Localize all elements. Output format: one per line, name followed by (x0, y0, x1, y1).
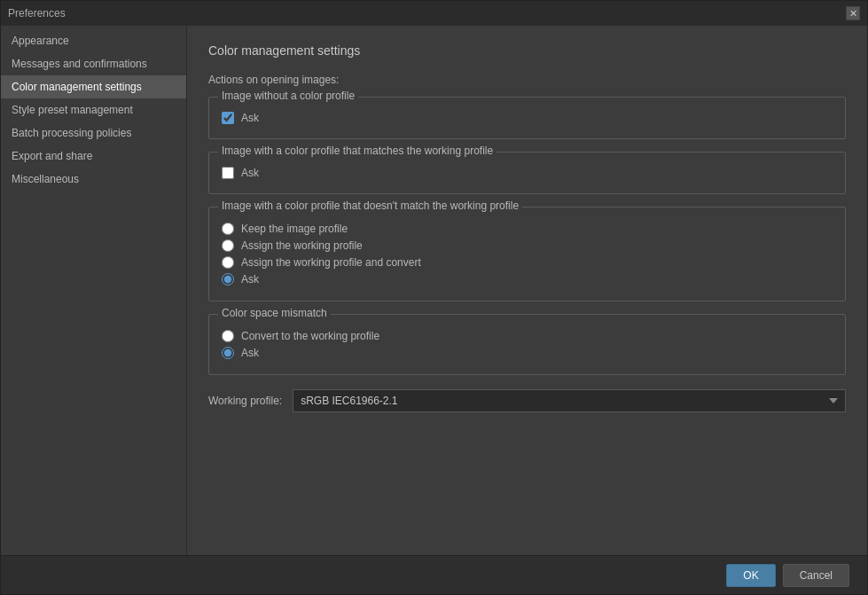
titlebar: Preferences ✕ (1, 1, 867, 26)
radio-assign-working[interactable] (222, 239, 234, 252)
close-button[interactable]: ✕ (846, 6, 860, 20)
group-no-match-profile: Image with a color profile that doesn't … (208, 207, 846, 301)
group-matches-profile: Image with a color profile that matches … (208, 152, 846, 194)
radio-assign-convert[interactable] (222, 256, 234, 269)
radio-row-ask-mismatch: Ask (222, 347, 833, 359)
group-no-profile: Image without a color profile Ask (208, 97, 846, 139)
sidebar-item-export-share[interactable]: Export and share (1, 145, 186, 168)
cancel-button[interactable]: Cancel (783, 564, 849, 587)
radio-row-keep-profile: Keep the image profile (222, 223, 833, 235)
radio-row-convert-working: Convert to the working profile (222, 330, 833, 342)
checkbox-row-ask-matches: Ask (222, 167, 833, 179)
checkbox-ask-matches[interactable] (222, 167, 234, 179)
label-convert-working: Convert to the working profile (241, 330, 379, 342)
label-assign-convert: Assign the working profile and convert (241, 256, 421, 269)
radio-row-assign-working: Assign the working profile (222, 239, 833, 252)
legend-no-profile: Image without a color profile (218, 90, 358, 102)
sidebar-item-color-management[interactable]: Color management settings (1, 75, 186, 98)
checkbox-ask-no-profile[interactable] (222, 112, 234, 124)
label-ask-mismatch: Ask (241, 347, 259, 359)
working-profile-row: Working profile: sRGB IEC61966-2.1 Adobe… (208, 389, 846, 412)
footer: OK Cancel (1, 555, 867, 594)
sidebar-item-messages[interactable]: Messages and confirmations (1, 52, 186, 75)
label-ask-matches: Ask (241, 167, 259, 179)
radio-keep-profile[interactable] (222, 223, 234, 235)
radio-convert-working[interactable] (222, 330, 234, 342)
radio-ask-no-match[interactable] (222, 273, 234, 286)
label-ask-no-match: Ask (241, 273, 259, 286)
sidebar: Appearance Messages and confirmations Co… (1, 26, 187, 555)
label-ask-no-profile: Ask (241, 112, 259, 124)
working-profile-select[interactable]: sRGB IEC61966-2.1 Adobe RGB (1998) ProPh… (293, 389, 846, 412)
label-keep-profile: Keep the image profile (241, 223, 348, 235)
legend-no-match-profile: Image with a color profile that doesn't … (218, 200, 522, 212)
actions-label: Actions on opening images: (208, 74, 846, 86)
sidebar-item-style-preset[interactable]: Style preset management (1, 98, 186, 121)
legend-matches-profile: Image with a color profile that matches … (218, 145, 497, 157)
sidebar-item-miscellaneous[interactable]: Miscellaneous (1, 168, 186, 191)
group-color-space-mismatch: Color space mismatch Convert to the work… (208, 314, 846, 375)
preferences-window: Preferences ✕ Appearance Messages and co… (0, 0, 868, 595)
window-title: Preferences (8, 7, 66, 20)
label-assign-working: Assign the working profile (241, 239, 363, 252)
checkbox-row-ask-no-profile: Ask (222, 112, 833, 124)
working-profile-label: Working profile: (208, 395, 282, 407)
sidebar-item-appearance[interactable]: Appearance (1, 29, 186, 52)
radio-ask-mismatch[interactable] (222, 347, 234, 359)
main-content: Appearance Messages and confirmations Co… (1, 26, 867, 555)
radio-row-assign-convert: Assign the working profile and convert (222, 256, 833, 269)
page-title: Color management settings (208, 43, 846, 58)
ok-button[interactable]: OK (726, 564, 775, 587)
content-area: Color management settings Actions on ope… (187, 26, 867, 555)
sidebar-item-batch-processing[interactable]: Batch processing policies (1, 121, 186, 145)
radio-row-ask-no-match: Ask (222, 273, 833, 286)
legend-color-space-mismatch: Color space mismatch (218, 307, 331, 319)
